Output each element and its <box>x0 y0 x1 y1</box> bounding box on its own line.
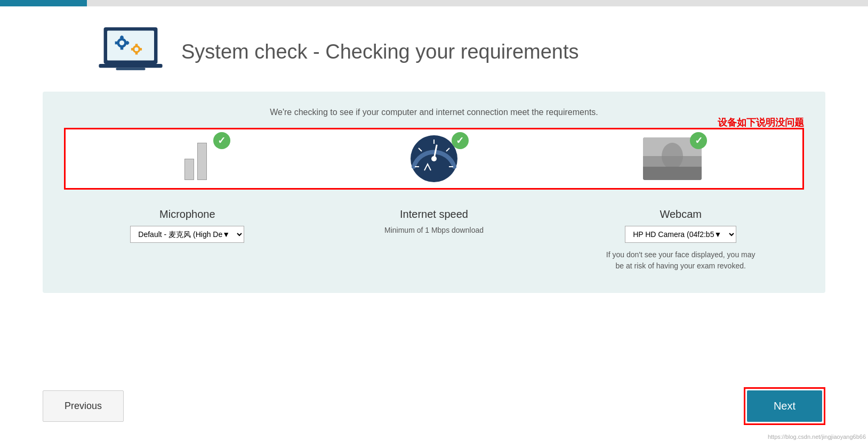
svg-rect-12 <box>135 44 138 47</box>
svg-point-29 <box>662 143 683 169</box>
checks-row-wrapper: ✓ <box>64 128 804 190</box>
svg-point-26 <box>431 156 437 161</box>
progress-bar-container <box>0 0 868 6</box>
internet-label: Internet speed <box>400 208 468 220</box>
internet-icon-area: ✓ <box>402 137 466 180</box>
svg-rect-30 <box>643 167 702 180</box>
svg-point-11 <box>134 47 138 51</box>
webcam-label: Webcam <box>660 208 702 220</box>
checks-content-row: Microphone Default - 麦克风 (High De▼ Inter… <box>64 200 804 272</box>
next-button[interactable]: Next <box>747 390 822 422</box>
microphone-icon-area: ✓ <box>164 137 228 180</box>
microphone-select[interactable]: Default - 麦克风 (High De▼ <box>130 226 244 243</box>
svg-rect-16 <box>99 64 162 68</box>
microphone-content: Microphone Default - 麦克风 (High De▼ <box>64 200 311 243</box>
checks-row: ✓ <box>76 137 792 180</box>
webcam-select[interactable]: HP HD Camera (04f2:b5▼ <box>625 226 736 243</box>
svg-rect-1 <box>107 31 154 61</box>
svg-rect-5 <box>120 46 124 50</box>
svg-rect-14 <box>131 48 134 51</box>
svg-rect-15 <box>139 48 142 51</box>
next-button-wrapper: Next <box>744 387 825 425</box>
svg-rect-13 <box>135 52 138 55</box>
header: System check - Checking your requirement… <box>0 6 868 92</box>
chinese-note: 设备如下说明没问题 <box>718 116 804 129</box>
internet-check-icon: ✓ <box>452 132 469 149</box>
mic-bar-1 <box>184 159 194 180</box>
progress-bar-fill <box>0 0 87 6</box>
webcam-check-icon: ✓ <box>690 132 707 149</box>
webcam-icon-area: ✓ <box>640 137 704 180</box>
webcam-content: Webcam HP HD Camera (04f2:b5▼ If you don… <box>557 200 804 272</box>
svg-rect-17 <box>116 68 146 70</box>
webcam-note: If you don't see your face displayed, yo… <box>606 249 756 272</box>
check-description: We're checking to see if your computer a… <box>64 108 804 117</box>
microphone-label: Microphone <box>159 208 215 220</box>
microphone-visual <box>184 137 207 180</box>
footer: Previous Next <box>0 371 868 441</box>
internet-content: Internet speed Minimum of 1 Mbps downloa… <box>311 200 558 234</box>
svg-rect-6 <box>115 42 119 45</box>
internet-sublabel: Minimum of 1 Mbps download <box>384 226 484 234</box>
svg-point-3 <box>119 40 124 45</box>
microphone-check-icon: ✓ <box>213 132 230 149</box>
mic-bar-2 <box>197 143 207 180</box>
main-content: We're checking to see if your computer a… <box>43 92 825 293</box>
previous-button[interactable]: Previous <box>43 390 124 422</box>
laptop-icon <box>96 22 165 81</box>
page-title: System check - Checking your requirement… <box>181 40 579 63</box>
watermark: https://blog.csdn.net/jingjiaoyang6b66 <box>766 432 868 441</box>
